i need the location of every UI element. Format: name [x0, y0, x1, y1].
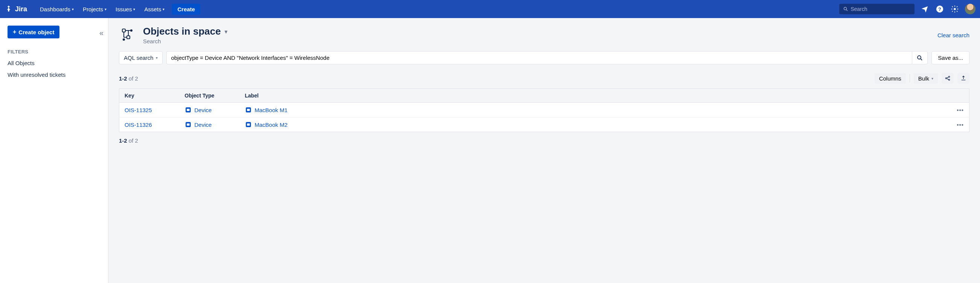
results-actions: Columns Bulk▾ [875, 73, 969, 84]
clear-search-link[interactable]: Clear search [937, 32, 969, 38]
query-input-wrap [166, 51, 928, 64]
query-row: AQL search ▾ Save as... [119, 51, 969, 64]
filters-heading: FILTERS [8, 49, 100, 54]
search-icon [916, 54, 923, 61]
chevron-down-icon: ▾ [931, 76, 933, 81]
object-label-link[interactable]: MacBook M2 [245, 121, 947, 128]
svg-text:?: ? [938, 6, 941, 12]
page-title[interactable]: Objects in space ▾ [143, 25, 228, 37]
sidebar: « + Create object FILTERS All Objects Wi… [0, 18, 108, 283]
svg-point-8 [123, 39, 124, 40]
device-icon [245, 121, 252, 128]
page-subtitle: Search [143, 38, 228, 45]
col-key[interactable]: Key [119, 89, 180, 103]
col-object-type[interactable]: Object Type [180, 89, 240, 103]
create-button[interactable]: Create [172, 4, 200, 15]
svg-point-0 [844, 7, 846, 10]
device-icon [185, 121, 192, 128]
chevron-down-icon: ▾ [133, 7, 135, 11]
results-table: Key Object Type Label OIS-11325 Device M… [119, 88, 969, 132]
settings-icon[interactable] [950, 4, 960, 14]
chevron-down-icon: ▾ [225, 29, 228, 35]
object-type-link[interactable]: Device [185, 107, 234, 113]
svg-rect-5 [123, 29, 125, 32]
svg-point-9 [918, 56, 921, 59]
object-key-link[interactable]: OIS-11326 [124, 122, 152, 128]
filter-unresolved-tickets[interactable]: With unresolved tickets [8, 72, 100, 78]
svg-rect-19 [247, 109, 250, 111]
nav-dashboards[interactable]: Dashboards▾ [36, 4, 78, 15]
chevron-down-icon: ▾ [105, 7, 107, 11]
bulk-button[interactable]: Bulk▾ [914, 73, 938, 84]
svg-point-4 [954, 8, 956, 10]
svg-rect-21 [187, 124, 190, 126]
export-button[interactable] [958, 73, 969, 84]
filter-list: All Objects With unresolved tickets [8, 60, 100, 78]
top-nav-right: ? [839, 4, 975, 14]
results-count-bottom: 1-2 of 2 [119, 137, 969, 144]
table-row: OIS-11326 Device MacBook M2 ••• [119, 118, 969, 132]
object-key-link[interactable]: OIS-11325 [124, 107, 152, 113]
device-icon [185, 107, 192, 113]
feedback-icon[interactable] [920, 4, 929, 14]
results-count: 1-2 of 2 [119, 75, 138, 82]
product-name: Jira [15, 5, 27, 13]
primary-nav: Dashboards▾ Projects▾ Issues▾ Assets▾ Cr… [36, 4, 200, 15]
schema-icon [119, 26, 136, 44]
search-icon [843, 6, 848, 12]
object-label-link[interactable]: MacBook M1 [245, 107, 947, 113]
plus-icon: + [13, 29, 16, 35]
jira-logo-icon [5, 5, 13, 13]
chevron-down-icon: ▾ [156, 56, 158, 60]
top-nav: Jira Dashboards▾ Projects▾ Issues▾ Asset… [0, 0, 980, 18]
chevron-down-icon: ▾ [162, 7, 164, 11]
svg-rect-23 [247, 124, 250, 126]
help-icon[interactable]: ? [935, 4, 945, 14]
search-mode-dropdown[interactable]: AQL search ▾ [119, 51, 162, 64]
chevron-down-icon: ▾ [72, 7, 74, 11]
svg-line-14 [947, 77, 948, 78]
collapse-sidebar-icon[interactable]: « [99, 29, 103, 37]
svg-line-1 [846, 10, 848, 11]
svg-rect-17 [187, 109, 190, 111]
divider [910, 74, 910, 83]
aql-query-input[interactable] [166, 51, 912, 64]
svg-point-7 [130, 30, 132, 31]
page-header: Objects in space ▾ Search Clear search [119, 25, 969, 45]
svg-line-15 [947, 79, 948, 80]
device-icon [245, 107, 252, 113]
run-search-button[interactable] [912, 51, 928, 64]
jira-logo[interactable]: Jira [5, 5, 27, 13]
object-type-link[interactable]: Device [185, 121, 234, 128]
layout: « + Create object FILTERS All Objects Wi… [0, 18, 980, 283]
nav-projects[interactable]: Projects▾ [79, 4, 110, 15]
global-search[interactable] [839, 4, 915, 14]
filter-all-objects[interactable]: All Objects [8, 60, 100, 66]
svg-line-10 [921, 59, 923, 60]
results-bar: 1-2 of 2 Columns Bulk▾ [119, 73, 969, 84]
save-as-button[interactable]: Save as... [931, 51, 969, 64]
main-content: Objects in space ▾ Search Clear search A… [108, 18, 980, 283]
columns-button[interactable]: Columns [875, 73, 906, 84]
row-actions-button[interactable]: ••• [951, 103, 969, 118]
row-actions-button[interactable]: ••• [951, 118, 969, 132]
svg-rect-6 [127, 36, 130, 39]
table-row: OIS-11325 Device MacBook M1 ••• [119, 103, 969, 118]
nav-assets[interactable]: Assets▾ [140, 4, 168, 15]
create-object-button[interactable]: + Create object [8, 25, 59, 38]
share-icon [945, 75, 951, 81]
nav-issues[interactable]: Issues▾ [112, 4, 139, 15]
col-label[interactable]: Label [240, 89, 952, 103]
user-avatar[interactable] [965, 4, 975, 14]
share-button[interactable] [942, 73, 954, 84]
export-icon [961, 75, 966, 81]
global-search-input[interactable] [851, 6, 911, 12]
